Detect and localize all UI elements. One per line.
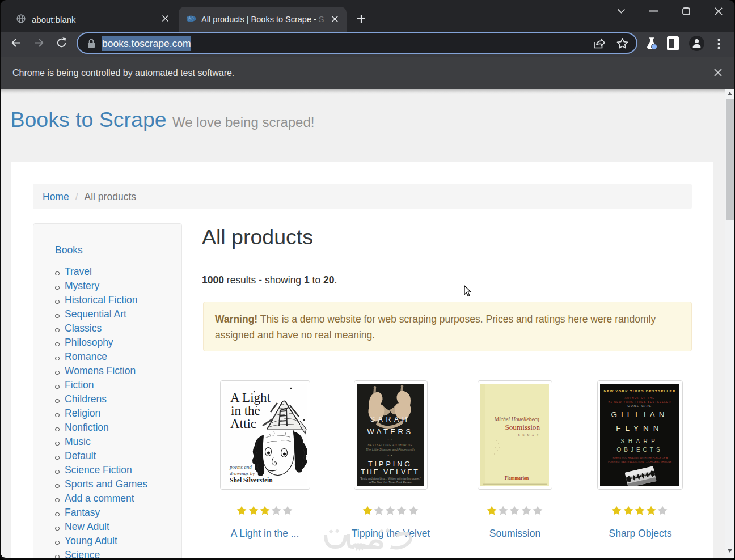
- svg-text:—The New York Times Book Revie: —The New York Times Book Review: [368, 481, 412, 484]
- svg-text:Flammarion: Flammarion: [505, 476, 529, 481]
- svg-text:THE VELVET: THE VELVET: [361, 468, 419, 476]
- svg-text:BESTSELLING AUTHOR OF: BESTSELLING AUTHOR OF: [368, 444, 413, 447]
- svg-text:“KEEPS YOU READING WITH THE FO: “KEEPS YOU READING WITH THE FORCE OF A: [612, 456, 668, 459]
- svg-text:The Little Stranger and Finger: The Little Stranger and Fingersmith: [366, 448, 415, 451]
- svg-text:PURE BUT NASTY ADDICTION.” —CH: PURE BUT NASTY ADDICTION.” —CHICAGO TRIB…: [608, 460, 671, 463]
- svg-text:OBJECTS: OBJECTS: [616, 447, 662, 453]
- svg-text:“Erotic and absorbing… Written: “Erotic and absorbing… Written with star…: [360, 477, 421, 480]
- svg-text:NEW YORK TIMES BESTSELLER: NEW YORK TIMES BESTSELLER: [603, 389, 675, 393]
- svg-text:R O M A N: R O M A N: [518, 434, 539, 436]
- svg-text:Soumission: Soumission: [505, 423, 540, 431]
- svg-text:SHARP: SHARP: [621, 438, 659, 444]
- svg-text:WATERS: WATERS: [367, 427, 413, 436]
- svg-text:AUTHOR OF THE: AUTHOR OF THE: [624, 397, 654, 400]
- svg-text:in the: in the: [231, 404, 260, 418]
- svg-text:FLYNN: FLYNN: [616, 424, 663, 432]
- svg-text:A Light: A Light: [230, 391, 271, 405]
- svg-text:Attic: Attic: [230, 417, 256, 431]
- svg-text:•·•: •·•: [387, 438, 392, 442]
- svg-text:#1 NEW YORK TIMES BESTSELLER: #1 NEW YORK TIMES BESTSELLER: [608, 401, 671, 404]
- svg-text:GILLIAN: GILLIAN: [611, 410, 669, 419]
- svg-text:SARAH: SARAH: [370, 415, 411, 423]
- svg-text:GONE GIRL: GONE GIRL: [627, 404, 652, 408]
- svg-text:Shel Silverstein: Shel Silverstein: [230, 477, 273, 483]
- svg-text:TIPPING: TIPPING: [368, 460, 412, 468]
- svg-text:Michel Houellebecq: Michel Houellebecq: [494, 416, 539, 422]
- svg-text:drawings by: drawings by: [230, 470, 255, 476]
- svg-text:•·•: •·•: [387, 453, 392, 457]
- svg-text:poems and: poems and: [229, 464, 252, 470]
